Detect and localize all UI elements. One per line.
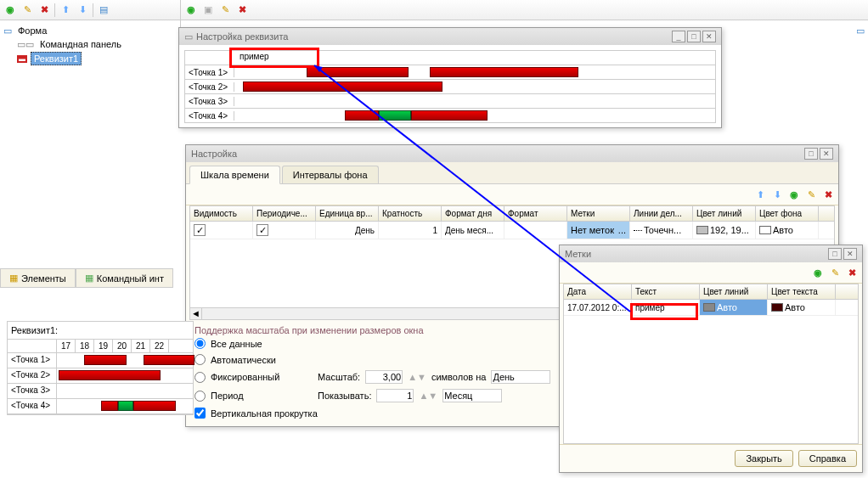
window-title-text: Метки — [565, 249, 826, 259]
add-icon[interactable]: ◉ — [811, 266, 825, 279]
add-icon[interactable]: ◉ — [184, 3, 198, 17]
add-icon[interactable]: ◉ — [787, 188, 801, 201]
preview-row: <Точка 2> — [8, 368, 193, 384]
col-fmt[interactable]: Формат — [504, 206, 567, 221]
gantt-point-label: <Точка 2> — [185, 82, 234, 92]
window-titlebar[interactable]: Метки □ ✕ — [560, 245, 862, 262]
edit-icon[interactable]: ✎ — [804, 188, 818, 201]
down-icon[interactable]: ⬇ — [770, 188, 784, 201]
row-label: <Точка 4> — [8, 399, 57, 413]
up-icon[interactable]: ⬆ — [753, 188, 767, 201]
tree-command-panel-node[interactable]: ▭▭ Командная панель — [3, 37, 177, 51]
show-input[interactable] — [376, 389, 414, 402]
col-bgcolor[interactable]: Цвет фона — [756, 206, 819, 221]
cell-textcolor[interactable]: Авто — [768, 300, 836, 315]
cell-fmt[interactable] — [504, 222, 567, 239]
copy-icon[interactable]: ▣ — [201, 3, 215, 17]
delete-icon[interactable]: ✖ — [845, 266, 859, 279]
cell-date[interactable]: 17.07.2012 0:... — [564, 300, 632, 315]
radio-input[interactable] — [194, 391, 206, 402]
col-text[interactable]: Текст — [632, 284, 700, 299]
cell-mult[interactable]: 1 — [379, 222, 442, 239]
grid-row[interactable]: ✓ ✓ День 1 День меся... Нет меток... Точ… — [190, 222, 834, 239]
cell-bgcolor[interactable]: Авто — [756, 222, 819, 239]
grid-row[interactable]: 17.07.2012 0:... пример Авто Авто — [564, 300, 858, 316]
window-titlebar[interactable]: Настройка □ ✕ — [186, 145, 838, 162]
scale-input[interactable] — [365, 370, 403, 384]
cell-linecolor[interactable]: Авто — [700, 300, 768, 315]
period-unit-input[interactable] — [442, 389, 502, 402]
col-visibility[interactable]: Видимость — [190, 206, 253, 221]
paste-icon[interactable]: ▤ — [97, 3, 110, 17]
tab-elements[interactable]: ▦ Элементы — [0, 268, 76, 288]
cell-text[interactable]: пример — [632, 300, 700, 315]
gantt-bar — [84, 355, 127, 365]
col-linecolor[interactable]: Цвет линий — [700, 284, 768, 299]
help-button[interactable]: Справка — [798, 450, 857, 467]
scale-unit-input[interactable] — [491, 370, 550, 384]
tab-timescale[interactable]: Шкала времени — [189, 166, 280, 184]
maximize-button[interactable]: □ — [687, 31, 701, 42]
cell-periodic[interactable]: ✓ — [253, 222, 316, 239]
preview-title: Реквизит1: — [8, 322, 193, 340]
radio-input[interactable] — [194, 372, 206, 383]
edit-icon[interactable]: ✎ — [828, 266, 842, 279]
settings-tabs: Шкала времени Интервалы фона — [186, 162, 838, 184]
gantt-bar — [411, 110, 488, 121]
cell-visibility[interactable]: ✓ — [190, 222, 253, 239]
delete-icon[interactable]: ✖ — [235, 3, 249, 17]
up-icon[interactable]: ⬆ — [59, 3, 72, 17]
col-periodic[interactable]: Периодиче... — [253, 206, 316, 221]
edit-icon[interactable]: ✎ — [20, 3, 34, 17]
cell-unit[interactable]: День — [316, 222, 379, 239]
gantt-bar — [345, 110, 379, 121]
col-header: 19 — [94, 340, 113, 352]
preview-columns: 17 18 19 20 21 22 — [8, 340, 193, 353]
col-header: 18 — [76, 340, 94, 352]
col-unit[interactable]: Единица вр... — [316, 206, 379, 221]
edit-icon[interactable]: ✎ — [218, 3, 232, 17]
col-labels[interactable]: Метки — [567, 206, 630, 221]
col-lines[interactable]: Линии дел... — [630, 206, 693, 221]
col-date[interactable]: Дата — [564, 284, 632, 299]
cell-labels[interactable]: Нет меток... — [567, 222, 630, 239]
maximize-button[interactable]: □ — [828, 248, 842, 260]
cell-linecolor[interactable]: 192, 19... — [693, 222, 756, 239]
col-dayfmt[interactable]: Формат дня — [442, 206, 504, 221]
close-button[interactable]: Закрыть — [735, 450, 792, 467]
window-titlebar[interactable]: ▭ Настройка реквизита _ □ ✕ — [179, 28, 721, 45]
cell-dayfmt[interactable]: День меся... — [442, 222, 504, 239]
tab-command-interface[interactable]: ▦ Командный инт — [76, 268, 173, 288]
minimize-button[interactable]: _ — [672, 31, 685, 42]
close-button[interactable]: ✕ — [702, 31, 716, 42]
left-toolbar: ◉ ✎ ✖ ⬆ ⬇ ▤ — [0, 0, 180, 20]
panel-icon[interactable]: ▭ — [856, 25, 865, 37]
col-header: 21 — [132, 340, 150, 352]
radio-input[interactable] — [194, 354, 206, 365]
row-label: <Точка 2> — [8, 368, 57, 383]
close-button[interactable]: ✕ — [843, 248, 857, 260]
tree-form-node[interactable]: ▭ Форма — [3, 24, 177, 37]
delete-icon[interactable]: ✖ — [37, 3, 51, 17]
attribute-settings-window: ▭ Настройка реквизита _ □ ✕ пример <Точк… — [178, 27, 722, 128]
col-linecolor[interactable]: Цвет линий — [693, 206, 756, 221]
gantt-bar — [430, 67, 578, 77]
grid-header: Дата Текст Цвет линий Цвет текста — [564, 284, 858, 300]
checkbox-input[interactable] — [194, 408, 206, 419]
tree-attr1-node[interactable]: ▬ Реквизит1 — [3, 51, 177, 66]
close-button[interactable]: ✕ — [820, 148, 833, 160]
preview-row: <Точка 1> — [8, 353, 193, 368]
col-textcolor[interactable]: Цвет текста — [768, 284, 836, 299]
scale-chars-label: символов на — [431, 372, 487, 382]
radio-input[interactable] — [194, 338, 206, 349]
col-mult[interactable]: Кратность — [379, 206, 442, 221]
panel-icon: ▭▭ — [17, 39, 34, 50]
maximize-button[interactable]: □ — [804, 148, 818, 160]
delete-icon[interactable]: ✖ — [821, 188, 835, 201]
down-icon[interactable]: ⬇ — [76, 3, 89, 17]
tab-background-intervals[interactable]: Интервалы фона — [282, 166, 379, 183]
cell-lines[interactable]: Точечн... — [630, 222, 693, 239]
preview-row: <Точка 3> — [8, 384, 193, 399]
col-header: 22 — [150, 340, 169, 352]
add-icon[interactable]: ◉ — [3, 3, 17, 17]
